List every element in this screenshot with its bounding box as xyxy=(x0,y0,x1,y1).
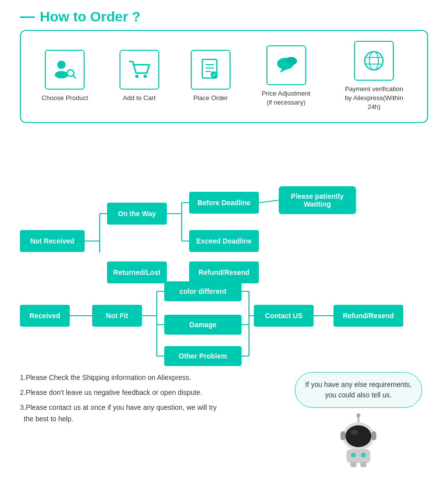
svg-line-27 xyxy=(259,200,279,203)
add-to-cart-label: Add to Cart xyxy=(123,94,156,103)
step-choose-product: Choose Product xyxy=(42,50,88,103)
not-fit-node: Not Fit xyxy=(92,305,142,327)
step-payment-verification: Payment verificationby Aliexpress(Within… xyxy=(341,41,406,112)
svg-point-53 xyxy=(361,453,366,458)
header-line xyxy=(20,16,35,18)
document-icon: ✓ xyxy=(198,57,223,82)
note-2: 2.Please don't leave us negative feedbac… xyxy=(20,387,289,398)
svg-point-52 xyxy=(351,453,356,458)
choose-product-icon-box xyxy=(45,50,85,90)
place-order-icon-box: ✓ xyxy=(191,50,230,90)
order-steps-container: Choose Product Add to Cart ✓ Place Order xyxy=(20,30,428,123)
robot-icon xyxy=(329,410,388,470)
on-the-way-node: On the Way xyxy=(107,203,167,225)
payment-verification-icon-box xyxy=(354,41,394,81)
step-add-to-cart: Add to Cart xyxy=(119,50,159,103)
person-search-icon xyxy=(52,57,77,82)
svg-rect-46 xyxy=(371,431,376,440)
damage-node: Damage xyxy=(164,315,241,335)
not-received-node: Not Received xyxy=(20,230,85,252)
flowchart-received: Received Not Fit color different Damage … xyxy=(0,257,448,367)
bottom-section: 1.Please Check the Shipping information … xyxy=(20,372,428,470)
page-header: How to Order ? xyxy=(0,0,448,30)
svg-rect-50 xyxy=(350,462,356,467)
payment-verification-label: Payment verificationby Aliexpress(Within… xyxy=(341,85,406,112)
svg-rect-51 xyxy=(360,462,366,467)
step-price-adjustment: Price Adjustment(if necessary) xyxy=(262,45,311,107)
svg-point-4 xyxy=(135,75,138,78)
notes-section: 1.Please Check the Shipping information … xyxy=(20,372,289,429)
svg-point-43 xyxy=(345,425,371,447)
robot-section: If you have any else requirements,you co… xyxy=(289,372,428,470)
refund-resend-2-node: Refund/Resend xyxy=(334,305,403,327)
svg-point-15 xyxy=(365,52,383,70)
note-1: 1.Please Check the Shipping information … xyxy=(20,372,289,383)
cart-icon xyxy=(127,57,152,82)
price-adjustment-label: Price Adjustment(if necessary) xyxy=(262,89,311,107)
svg-point-44 xyxy=(350,430,358,435)
price-adjustment-icon-box xyxy=(266,45,306,85)
speech-bubble: If you have any else requirements,you co… xyxy=(295,372,422,408)
contact-us-node: Contact US xyxy=(254,305,314,327)
svg-point-5 xyxy=(143,75,147,78)
title-green: Order xyxy=(90,9,128,24)
other-problem-node: Other Problem xyxy=(164,346,241,366)
choose-product-label: Choose Product xyxy=(42,94,88,103)
color-different-node: color different xyxy=(164,281,241,301)
add-to-cart-icon-box xyxy=(119,50,159,90)
page-title: How to Order ? xyxy=(40,9,140,25)
title-suffix: ? xyxy=(128,9,140,24)
flowchart-not-received: Not Received On the Way Returned/Lost Be… xyxy=(0,138,448,252)
svg-line-3 xyxy=(73,76,76,78)
title-black: How to xyxy=(40,9,90,24)
received-node: Received xyxy=(20,305,70,327)
speech-bubbles-icon xyxy=(274,53,299,78)
exceed-deadline-node: Exceed Deadline xyxy=(189,230,259,252)
before-deadline-node: Before Deadline xyxy=(189,192,259,214)
step-place-order: ✓ Place Order xyxy=(191,50,230,103)
globe-icon xyxy=(361,48,386,73)
svg-rect-45 xyxy=(340,431,345,440)
place-order-label: Place Order xyxy=(193,94,227,103)
svg-point-48 xyxy=(356,413,360,417)
svg-point-14 xyxy=(285,57,297,65)
svg-point-16 xyxy=(369,52,378,70)
please-waiting-node: Please patientlyWaitting xyxy=(279,186,356,214)
svg-rect-49 xyxy=(346,449,370,463)
svg-text:✓: ✓ xyxy=(212,72,216,78)
svg-point-1 xyxy=(55,71,68,79)
note-3: 3.Please contact us at once if you have … xyxy=(20,402,289,424)
svg-point-0 xyxy=(57,61,66,69)
